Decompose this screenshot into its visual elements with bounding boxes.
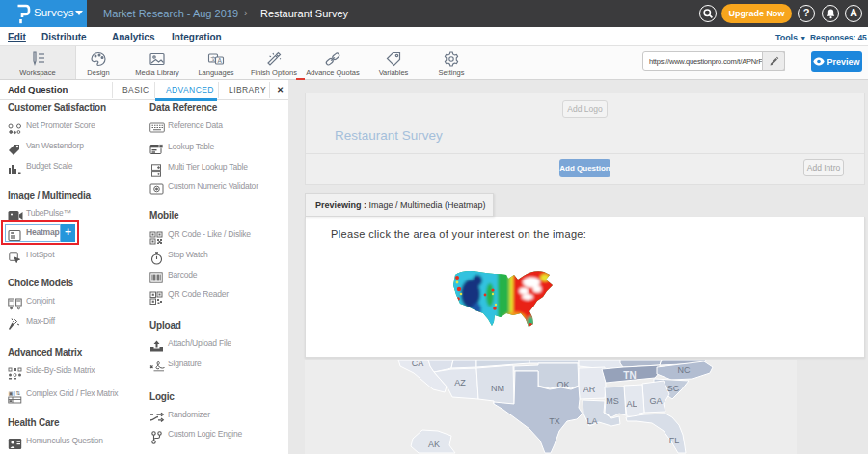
svg-text:AZ: AZ xyxy=(454,378,466,387)
svg-text:TN: TN xyxy=(623,370,636,381)
svg-text:SC: SC xyxy=(667,384,680,393)
svg-text:▣|⇅: ▣|⇅ xyxy=(9,390,21,397)
svg-text:A: A xyxy=(218,57,223,64)
svg-text:AK: AK xyxy=(428,440,440,449)
svg-text:AR: AR xyxy=(583,385,596,394)
svg-text:NC: NC xyxy=(678,365,691,375)
svg-text:TX: TX xyxy=(549,416,560,426)
svg-text:MS: MS xyxy=(606,396,619,406)
svg-text:OK: OK xyxy=(556,380,569,389)
svg-text:GA: GA xyxy=(649,396,662,406)
svg-text:LA: LA xyxy=(586,416,597,426)
svg-text:NM: NM xyxy=(491,384,504,393)
svg-text:FL: FL xyxy=(669,436,680,445)
svg-text:CA: CA xyxy=(412,360,424,368)
svg-text:文: 文 xyxy=(210,55,216,62)
svg-text:AL: AL xyxy=(626,399,637,409)
